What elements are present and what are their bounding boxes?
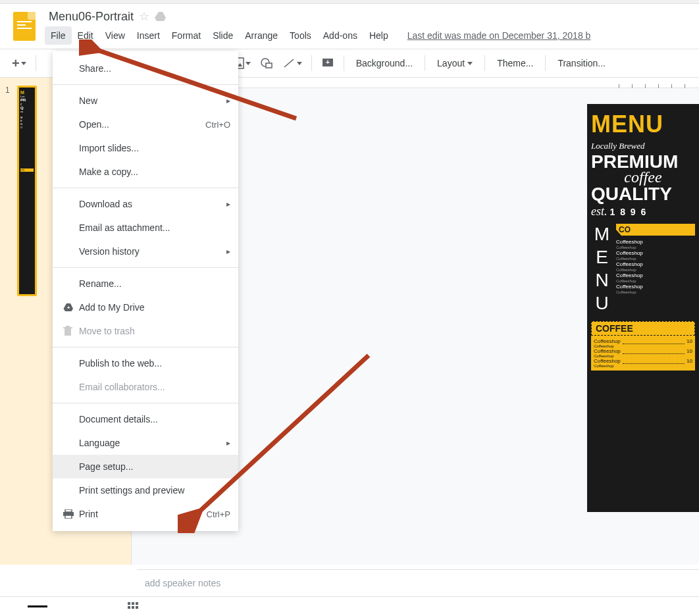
menu-import-slides[interactable]: Import slides... — [53, 136, 238, 160]
menu-page-setup[interactable]: Page setup... — [53, 455, 238, 478]
menu-make-copy[interactable]: Make a copy... — [53, 160, 238, 184]
list-item: Coffeeshop — [616, 238, 695, 245]
menu-tools[interactable]: Tools — [284, 26, 317, 45]
grid-view-icon[interactable] — [128, 602, 138, 611]
slide-title: MENU — [591, 111, 695, 138]
speaker-notes[interactable]: add speaker notes — [137, 569, 699, 596]
shape-button[interactable] — [256, 55, 277, 72]
comment-button[interactable]: + — [317, 55, 338, 72]
transition-button[interactable]: Transition... — [551, 54, 612, 72]
svg-rect-14 — [65, 328, 71, 336]
menu-new[interactable]: New▸ — [53, 89, 238, 113]
menu-share[interactable]: Share... — [53, 57, 238, 80]
thumbnail-slide-1[interactable]: M Loc PR c Q es M E N U CO — [17, 86, 37, 296]
new-slide-button[interactable]: + — [8, 53, 30, 74]
slide-year: 1 8 9 6 — [610, 207, 648, 217]
svg-text:+: + — [326, 59, 330, 66]
layout-button[interactable]: Layout — [430, 54, 479, 72]
thumbnail-number: 1 — [5, 86, 13, 296]
menu-version-history[interactable]: Version history▸ — [53, 240, 238, 263]
menu-publish-web[interactable]: Publish to the web... — [53, 351, 238, 375]
svg-rect-11 — [132, 606, 134, 609]
svg-rect-10 — [128, 606, 130, 609]
svg-rect-15 — [63, 327, 72, 328]
slide-coffee-banner: COFFEE — [591, 321, 695, 336]
menu-rename[interactable]: Rename... — [53, 272, 238, 295]
menu-addons[interactable]: Add-ons — [317, 26, 363, 45]
trash-icon — [63, 326, 79, 336]
drive-status-icon[interactable] — [155, 11, 167, 22]
menu-language[interactable]: Language▸ — [53, 431, 238, 455]
menu-document-details[interactable]: Document details... — [53, 407, 238, 431]
menu-open[interactable]: Open...Ctrl+O — [53, 113, 238, 136]
svg-rect-18 — [65, 509, 72, 512]
menu-email-collaborators: Email collaborators... — [53, 375, 238, 399]
menu-file[interactable]: File — [45, 26, 72, 45]
menu-slide[interactable]: Slide — [207, 26, 239, 45]
list-item: Coffeeshop — [616, 261, 695, 268]
svg-rect-12 — [136, 606, 138, 609]
svg-rect-7 — [128, 602, 130, 605]
svg-rect-8 — [132, 602, 134, 605]
svg-text:+: + — [67, 305, 70, 311]
menu-edit[interactable]: Edit — [72, 26, 99, 45]
file-dropdown-menu: Share... New▸ Open...Ctrl+O Import slide… — [53, 51, 238, 531]
drive-icon: + — [63, 303, 79, 312]
menu-help[interactable]: Help — [363, 26, 394, 45]
theme-button[interactable]: Theme... — [490, 54, 540, 72]
slide-vertical-menu: MENU — [591, 224, 612, 316]
menu-format[interactable]: Format — [166, 26, 207, 45]
background-button[interactable]: Background... — [350, 54, 419, 72]
line-button[interactable] — [278, 55, 306, 72]
menu-view[interactable]: View — [99, 26, 131, 45]
list-item: Coffeeshop — [616, 272, 695, 279]
menu-print[interactable]: PrintCtrl+P — [53, 502, 238, 526]
menubar: File Edit View Insert Format Slide Arran… — [45, 26, 699, 49]
list-item: Coffeeshop — [616, 283, 695, 290]
slide-canvas[interactable]: MENU Locally Brewed PREMIUM coffee QUALI… — [587, 104, 699, 512]
star-icon[interactable]: ☆ — [139, 9, 149, 24]
slide-quality: QUALITY — [591, 184, 695, 205]
bottom-icon-1[interactable] — [28, 605, 47, 607]
menu-arrange[interactable]: Arrange — [239, 26, 284, 45]
menu-print-settings[interactable]: Print settings and preview — [53, 478, 238, 502]
last-edit-link[interactable]: Last edit was made on December 31, 2018 … — [407, 30, 591, 41]
menu-add-to-drive[interactable]: + Add to My Drive — [53, 295, 238, 319]
menu-email-attachment[interactable]: Email as attachment... — [53, 216, 238, 240]
menu-download-as[interactable]: Download as▸ — [53, 192, 238, 216]
slide-tagline: Locally Brewed — [591, 141, 695, 151]
menu-move-to-trash: Move to trash — [53, 319, 238, 343]
svg-rect-19 — [65, 515, 72, 519]
svg-line-4 — [284, 59, 294, 67]
print-icon — [63, 509, 79, 519]
list-item: Coffeeshop — [616, 249, 695, 257]
slide-banner-co: CO — [616, 224, 695, 236]
header: Menu06-Portrait ☆ File Edit View Insert … — [0, 4, 699, 49]
document-title[interactable]: Menu06-Portrait — [49, 10, 134, 24]
menu-insert[interactable]: Insert — [131, 26, 166, 45]
slides-logo[interactable] — [13, 12, 39, 45]
svg-rect-9 — [136, 602, 138, 605]
bottom-bar — [0, 596, 699, 616]
svg-rect-16 — [66, 326, 70, 327]
slide-est: est. — [591, 205, 608, 218]
svg-rect-3 — [266, 63, 272, 68]
